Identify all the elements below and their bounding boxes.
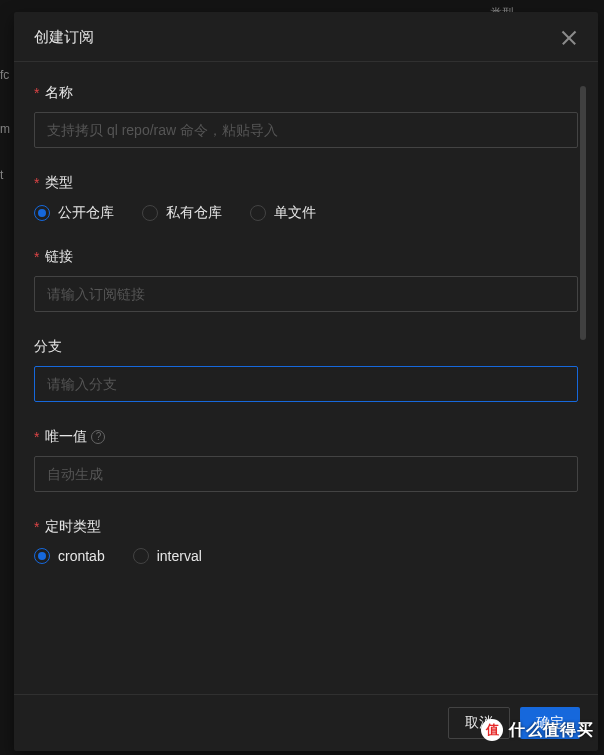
radio-circle-icon bbox=[34, 205, 50, 221]
type-radio-group: 公开仓库 私有仓库 单文件 bbox=[34, 204, 578, 222]
create-subscription-modal: 创建订阅 * 名称 * 类型 公开仓库 私有仓库 bbox=[14, 12, 598, 751]
radio-label: crontab bbox=[58, 548, 105, 564]
form-item-schedule-type: * 定时类型 crontab interval bbox=[34, 518, 578, 564]
form-item-type: * 类型 公开仓库 私有仓库 单文件 bbox=[34, 174, 578, 222]
bg-text: t bbox=[0, 168, 3, 182]
radio-circle-icon bbox=[250, 205, 266, 221]
modal-body: * 名称 * 类型 公开仓库 私有仓库 单文 bbox=[14, 62, 598, 694]
bg-text: m bbox=[0, 122, 10, 136]
schedule-radio-group: crontab interval bbox=[34, 548, 578, 564]
required-mark: * bbox=[34, 519, 39, 535]
branch-label: 分支 bbox=[34, 338, 578, 356]
required-mark: * bbox=[34, 249, 39, 265]
required-mark: * bbox=[34, 85, 39, 101]
modal-header: 创建订阅 bbox=[14, 12, 598, 62]
radio-label: interval bbox=[157, 548, 202, 564]
label-text: 定时类型 bbox=[45, 518, 101, 536]
help-icon[interactable]: ? bbox=[91, 430, 105, 444]
form-item-branch: 分支 bbox=[34, 338, 578, 402]
required-mark: * bbox=[34, 429, 39, 445]
cancel-button[interactable]: 取消 bbox=[448, 707, 510, 739]
confirm-button[interactable]: 确定 bbox=[520, 707, 580, 739]
name-input[interactable] bbox=[34, 112, 578, 148]
radio-circle-icon bbox=[133, 548, 149, 564]
radio-interval[interactable]: interval bbox=[133, 548, 202, 564]
type-label: * 类型 bbox=[34, 174, 578, 192]
label-text: 唯一值 bbox=[45, 428, 87, 446]
radio-single-file[interactable]: 单文件 bbox=[250, 204, 316, 222]
label-text: 分支 bbox=[34, 338, 62, 356]
radio-label: 私有仓库 bbox=[166, 204, 222, 222]
radio-label: 公开仓库 bbox=[58, 204, 114, 222]
radio-label: 单文件 bbox=[274, 204, 316, 222]
radio-crontab[interactable]: crontab bbox=[34, 548, 105, 564]
radio-private-repo[interactable]: 私有仓库 bbox=[142, 204, 222, 222]
radio-public-repo[interactable]: 公开仓库 bbox=[34, 204, 114, 222]
radio-circle-icon bbox=[34, 548, 50, 564]
form-item-unique-value: * 唯一值 ? bbox=[34, 428, 578, 492]
radio-circle-icon bbox=[142, 205, 158, 221]
name-label: * 名称 bbox=[34, 84, 578, 102]
label-text: 类型 bbox=[45, 174, 73, 192]
form-item-link: * 链接 bbox=[34, 248, 578, 312]
required-mark: * bbox=[34, 175, 39, 191]
bg-text: fc bbox=[0, 68, 9, 82]
unique-value-label: * 唯一值 ? bbox=[34, 428, 578, 446]
modal-footer: 取消 确定 bbox=[14, 694, 598, 751]
link-input[interactable] bbox=[34, 276, 578, 312]
link-label: * 链接 bbox=[34, 248, 578, 266]
label-text: 名称 bbox=[45, 84, 73, 102]
branch-input[interactable] bbox=[34, 366, 578, 402]
modal-title: 创建订阅 bbox=[34, 28, 94, 47]
scrollbar[interactable] bbox=[580, 86, 586, 340]
label-text: 链接 bbox=[45, 248, 73, 266]
close-icon[interactable] bbox=[560, 29, 578, 47]
form-item-name: * 名称 bbox=[34, 84, 578, 148]
schedule-type-label: * 定时类型 bbox=[34, 518, 578, 536]
unique-value-input[interactable] bbox=[34, 456, 578, 492]
